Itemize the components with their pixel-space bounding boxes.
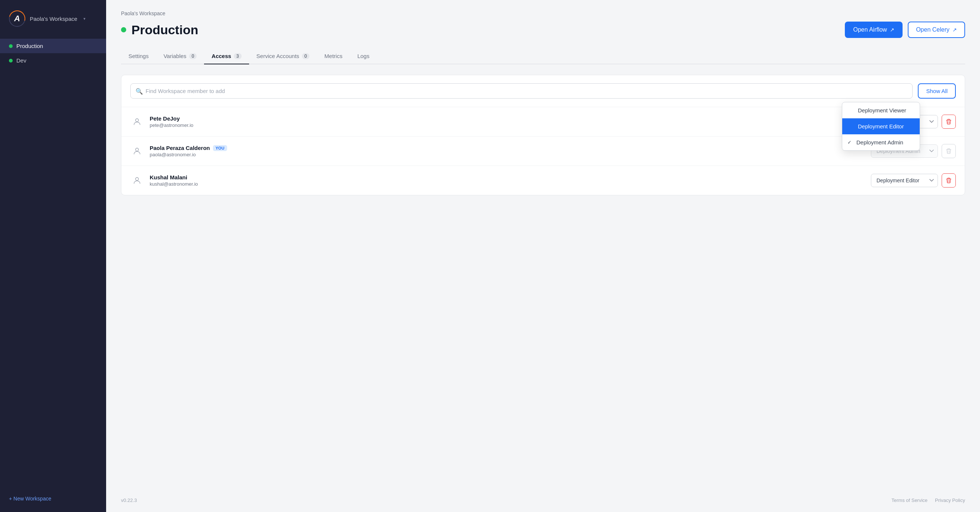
member-info-paola: Paola Peraza Calderon YOU paola@astronom… xyxy=(150,145,865,157)
terms-of-service-link[interactable]: Terms of Service xyxy=(891,498,928,503)
check-admin: ✓ xyxy=(848,139,853,145)
page-title-group: Production xyxy=(121,23,198,37)
external-link-icon-2: ↗ xyxy=(953,27,957,33)
search-input[interactable] xyxy=(130,83,913,98)
header-actions: Open Airflow ↗ Open Celery ↗ xyxy=(845,22,965,38)
dropdown-item-editor[interactable]: Deployment Editor xyxy=(842,118,920,134)
role-dropdown-menu: Deployment Viewer Deployment Editor ✓ De… xyxy=(842,102,920,151)
main-content: Paola's Workspace Production Open Airflo… xyxy=(106,0,980,512)
external-link-icon: ↗ xyxy=(890,27,894,33)
member-email-pete: pete@astronomer.io xyxy=(150,122,865,128)
page-status-dot xyxy=(121,27,126,32)
sidebar-header: A Paola's Workspace ▾ xyxy=(0,0,106,36)
workspace-name: Paola's Workspace xyxy=(30,16,78,22)
search-row: 🔍 Show All Deployment Viewer Deployment … xyxy=(121,75,965,107)
member-name-paola: Paola Peraza Calderon YOU xyxy=(150,145,865,151)
main-inner: Paola's Workspace Production Open Airflo… xyxy=(106,0,980,488)
workspace-chevron-icon[interactable]: ▾ xyxy=(83,16,86,21)
variables-badge: 0 xyxy=(189,53,197,59)
show-all-button[interactable]: Show All xyxy=(918,83,956,98)
privacy-policy-link[interactable]: Privacy Policy xyxy=(935,498,965,503)
avatar-kushal xyxy=(130,174,144,187)
delete-button-paola xyxy=(942,144,956,158)
tab-settings[interactable]: Settings xyxy=(121,48,156,64)
avatar-paola xyxy=(130,144,144,158)
member-name-kushal: Kushal Malani xyxy=(150,174,865,181)
search-icon: 🔍 xyxy=(135,87,143,95)
member-info-kushal: Kushal Malani kushal@astronomer.io xyxy=(150,174,865,187)
role-select-kushal[interactable]: Deployment Viewer Deployment Editor Depl… xyxy=(871,174,938,187)
footer-links: Terms of Service Privacy Policy xyxy=(891,498,965,503)
member-actions-kushal: Deployment Viewer Deployment Editor Depl… xyxy=(871,173,956,187)
member-email-kushal: kushal@astronomer.io xyxy=(150,181,865,187)
avatar-pete xyxy=(130,115,144,128)
sidebar-item-label-production: Production xyxy=(16,43,43,49)
member-name-pete: Pete DeJoy xyxy=(150,115,865,122)
tab-metrics[interactable]: Metrics xyxy=(317,48,350,64)
sidebar-nav: Production Dev xyxy=(0,36,106,490)
tab-service-accounts[interactable]: Service Accounts 0 xyxy=(249,48,317,64)
tab-access[interactable]: Access 3 xyxy=(204,48,249,64)
member-row-pete: Pete DeJoy pete@astronomer.io Deployment… xyxy=(121,107,965,136)
member-email-paola: paola@astronomer.io xyxy=(150,152,865,157)
service-accounts-badge: 0 xyxy=(302,53,310,59)
delete-button-kushal[interactable] xyxy=(942,173,956,187)
delete-button-pete[interactable] xyxy=(942,115,956,129)
svg-point-2 xyxy=(135,178,138,181)
production-status-dot xyxy=(9,44,13,48)
page-header: Production Open Airflow ↗ Open Celery ↗ xyxy=(121,22,965,38)
page-title: Production xyxy=(131,23,198,37)
new-workspace-button[interactable]: + New Workspace xyxy=(0,490,106,512)
member-row-paola: Paola Peraza Calderon YOU paola@astronom… xyxy=(121,136,965,166)
dropdown-item-admin[interactable]: ✓ Deployment Admin xyxy=(842,134,920,150)
tab-variables[interactable]: Variables 0 xyxy=(156,48,204,64)
access-badge: 3 xyxy=(234,53,242,59)
dev-status-dot xyxy=(9,59,13,62)
svg-point-1 xyxy=(135,148,138,151)
breadcrumb: Paola's Workspace xyxy=(121,10,965,16)
member-row-kushal: Kushal Malani kushal@astronomer.io Deplo… xyxy=(121,166,965,195)
open-airflow-button[interactable]: Open Airflow ↗ xyxy=(845,22,902,38)
tabs: Settings Variables 0 Access 3 Service Ac… xyxy=(121,48,965,64)
sidebar-item-production[interactable]: Production xyxy=(0,39,106,53)
logo: A xyxy=(9,10,25,27)
content-area: 🔍 Show All Deployment Viewer Deployment … xyxy=(121,75,965,195)
svg-point-0 xyxy=(135,119,138,122)
sidebar-item-label-dev: Dev xyxy=(16,57,26,63)
tab-logs[interactable]: Logs xyxy=(350,48,377,64)
sidebar-item-dev[interactable]: Dev xyxy=(0,53,106,68)
footer: v0.22.3 Terms of Service Privacy Policy xyxy=(106,488,980,512)
version-text: v0.22.3 xyxy=(121,498,137,503)
sidebar: A Paola's Workspace ▾ Production Dev + N… xyxy=(0,0,106,512)
open-celery-button[interactable]: Open Celery ↗ xyxy=(908,22,965,38)
member-info-pete: Pete DeJoy pete@astronomer.io xyxy=(150,115,865,128)
dropdown-item-viewer[interactable]: Deployment Viewer xyxy=(842,102,920,118)
you-badge: YOU xyxy=(213,145,227,151)
search-input-wrap: 🔍 xyxy=(130,83,913,98)
